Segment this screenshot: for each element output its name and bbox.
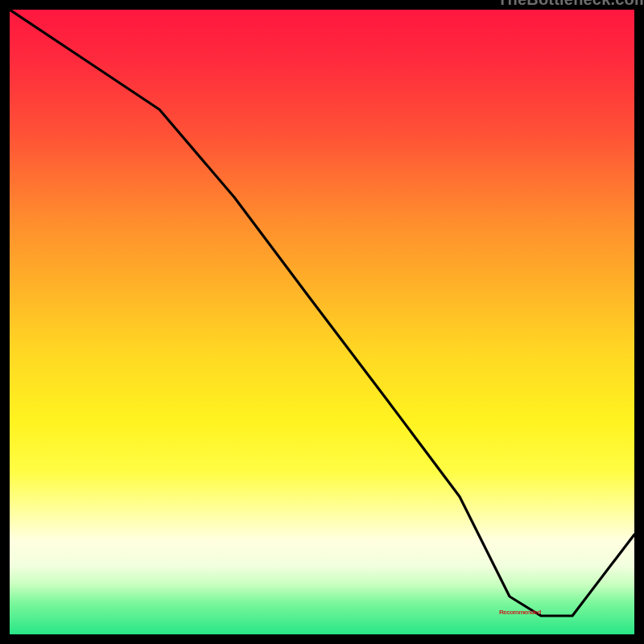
chart-area: Recommended [10, 10, 634, 634]
watermark-text: TheBottleneck.com [497, 0, 644, 9]
gradient-background [10, 10, 634, 634]
